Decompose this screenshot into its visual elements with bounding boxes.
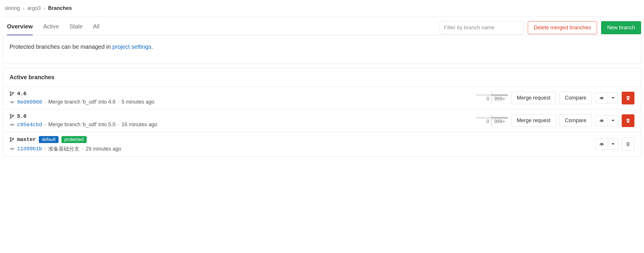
separator-dot: · [82,146,83,152]
svg-point-3 [11,101,13,103]
svg-point-1 [10,95,11,96]
merge-request-button[interactable]: Merge request [511,114,556,127]
svg-point-10 [12,115,14,116]
branch-row: 4.69ed60960·Merge branch 'b_udf' into 4.… [3,87,641,109]
commit-icon [10,100,15,105]
commit-message: Merge branch 'b_udf' into 4.6 [48,99,115,105]
branch-actions: 0999+Merge requestCompare [476,114,634,127]
commit-icon [10,122,15,127]
commit-line: 11d99b1b·准备基础分支·29 minutes ago [10,145,121,152]
branch-row: 5.0c95e4cbd·Merge branch 'b_udf' into 5.… [3,109,641,132]
banner-suffix: . [151,44,153,50]
download-icon [596,93,608,103]
branch-icon [10,137,14,142]
branch-actions [595,138,634,151]
commit-line: 9ed60960·Merge branch 'b_udf' into 4.6·5… [10,99,154,105]
caret-down-icon [608,140,618,148]
commit-icon [10,146,15,151]
branch-icon [10,114,14,119]
commit-sha[interactable]: 9ed60960 [17,99,42,105]
active-branches-panel: Active branches 4.69ed60960·Merge branch… [3,68,641,157]
badge-default: default [39,136,59,143]
divergence-graph: 0999+ [476,92,508,104]
svg-point-18 [12,138,14,139]
protected-branches-banner: Protected branches can be managed in pro… [3,35,641,64]
divergence-graph: 0999+ [476,115,508,126]
project-settings-link[interactable]: project settings [112,44,152,50]
download-dropdown[interactable] [595,93,618,104]
svg-point-8 [10,114,11,115]
tab-stale[interactable]: Stale [69,21,83,35]
compare-button[interactable]: Compare [559,114,592,127]
commit-message: 准备基础分支 [48,145,79,152]
separator-dot: · [44,122,46,128]
trash-icon [625,95,631,101]
delete-branch-button[interactable] [622,114,634,127]
delete-branch-button [622,138,634,151]
merge-request-button[interactable]: Merge request [511,92,556,104]
separator-dot: · [118,122,119,128]
svg-point-17 [10,140,11,142]
breadcrumb-item[interactable]: sloong [5,5,20,11]
tab-overview[interactable]: Overview [7,21,33,35]
svg-point-11 [11,124,13,126]
trash-icon [625,118,631,123]
panel-title: Active branches [3,68,641,87]
branch-info: masterdefaultprotected11d99b1b·准备基础分支·29… [10,136,121,152]
banner-text: Protected branches can be managed in [10,44,112,50]
svg-point-9 [10,117,11,118]
chevron-right-icon: › [43,6,45,11]
delete-merged-button[interactable]: Delete merged branches [528,21,597,34]
commit-sha[interactable]: 11d99b1b [17,146,42,152]
caret-down-icon [608,117,618,125]
branch-actions: 0999+Merge requestCompare [476,92,634,104]
svg-point-19 [11,148,13,150]
commit-time: 5 minutes ago [121,99,154,105]
separator-dot: · [44,99,46,105]
filter-input[interactable] [440,21,524,35]
branch-row: masterdefaultprotected11d99b1b·准备基础分支·29… [3,132,641,156]
download-icon [596,115,608,126]
chevron-right-icon: › [23,6,24,11]
svg-point-16 [10,138,11,139]
download-dropdown[interactable] [595,139,618,150]
caret-down-icon [608,94,618,102]
separator-dot: · [118,99,119,105]
branch-info: 5.0c95e4cbd·Merge branch 'b_udf' into 5.… [10,113,157,128]
tab-all[interactable]: All [93,21,99,35]
tab-active[interactable]: Active [43,21,59,35]
branch-name[interactable]: 5.0 [17,113,26,119]
commit-message: Merge branch 'b_udf' into 5.0 [48,122,115,128]
svg-point-2 [12,92,14,93]
ahead-count: 999+ [492,119,507,124]
breadcrumb-item[interactable]: argo3 [27,5,41,11]
action-bar: Delete merged branches New branch [440,21,641,35]
branch-name[interactable]: master [17,137,36,142]
breadcrumb-current: Branches [48,5,72,11]
branch-name-line: masterdefaultprotected [10,136,121,143]
top-controls: Overview Active Stale All Delete merged … [3,17,641,35]
branch-name-line: 4.6 [10,91,154,97]
new-branch-button[interactable]: New branch [601,21,641,34]
download-dropdown[interactable] [595,115,618,126]
branch-name-line: 5.0 [10,113,157,119]
tabs: Overview Active Stale All [3,21,99,35]
delete-branch-button[interactable] [622,92,634,104]
separator-dot: · [44,146,46,152]
branch-name[interactable]: 4.6 [17,91,26,97]
behind-count: 0 [484,119,491,124]
ahead-count: 999+ [492,96,507,102]
compare-button[interactable]: Compare [559,92,592,104]
badge-protected: protected [61,136,87,143]
trash-icon [625,142,631,147]
breadcrumb: sloong › argo3 › Branches [3,3,641,17]
branch-list: 4.69ed60960·Merge branch 'b_udf' into 4.… [3,87,641,156]
branch-info: 4.69ed60960·Merge branch 'b_udf' into 4.… [10,91,154,105]
svg-point-0 [10,92,11,93]
commit-time: 29 minutes ago [85,146,121,152]
commit-sha[interactable]: c95e4cbd [17,122,42,128]
branch-icon [10,91,14,96]
commit-line: c95e4cbd·Merge branch 'b_udf' into 5.0·1… [10,122,157,128]
download-icon [596,139,608,149]
commit-time: 16 minutes ago [121,122,157,128]
